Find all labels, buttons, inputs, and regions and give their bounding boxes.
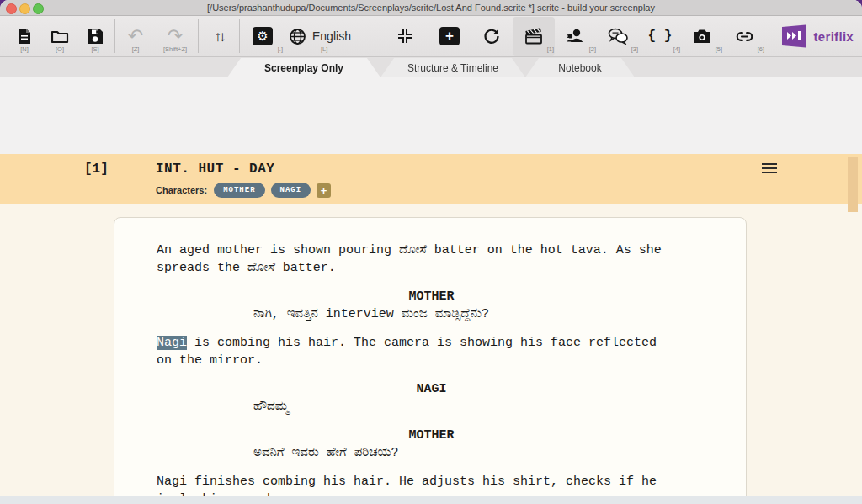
plus-icon: + (439, 27, 460, 45)
camera-icon (693, 29, 711, 44)
refresh-button[interactable] (471, 17, 513, 56)
screenplay-page[interactable]: An aged mother is shown pouring ದೋಸೆ bat… (114, 217, 747, 496)
comments-view-hint: [3] (631, 45, 638, 53)
tab-structure-timeline[interactable]: Structure & Timeline (380, 58, 525, 77)
undo-arrow-icon: ↶ (128, 27, 143, 45)
settings-hint: [.] (278, 45, 283, 53)
character-pill-nagi[interactable]: NAGI (271, 183, 311, 198)
main-toolbar: [N] [O] [S] ↶ [Z] ↷ [Shift+Z] ↑↓ (0, 16, 862, 57)
up-down-arrows-icon: ↑↓ (215, 29, 224, 44)
action-paragraph[interactable]: Nagi finishes combing his hair. He adjus… (157, 473, 673, 496)
screenplay-editor: An aged mother is shown pouring ದೋಸೆ bat… (0, 204, 862, 496)
language-label: English (312, 29, 351, 43)
dialogue-block[interactable]: MOTHERನಾಗಿ, ಇವತ್ತಿನ interview ಮಂಜ ಮಾಡ್ಸಿ… (157, 288, 673, 323)
scroll-navigation-button[interactable]: ↑↓ (200, 17, 237, 56)
action-paragraph[interactable]: An aged mother is shown pouring ದೋಸೆ bat… (157, 241, 673, 277)
teriflix-brand[interactable]: teriflix (779, 24, 854, 49)
scene-characters-row: Characters: MOTHER NAGI + (156, 183, 331, 198)
undo-button[interactable]: ↶ [Z] (117, 17, 154, 56)
save-floppy-icon (88, 29, 104, 45)
toolbar-separator (198, 19, 199, 53)
screenplay-view-hint: [1] (547, 45, 554, 53)
scene-menu-button[interactable] (762, 163, 777, 176)
add-character-button[interactable]: + (317, 183, 331, 198)
save-file-hint: [S] (77, 45, 113, 53)
dialogue-text[interactable]: ಹೌದಮ್ಮ (253, 398, 673, 416)
open-file-button[interactable]: [O] (42, 17, 77, 56)
character-name[interactable]: NAGI (157, 380, 673, 398)
characters-label: Characters: (156, 185, 207, 195)
status-bar (0, 496, 862, 504)
collapse-arrows-icon (397, 29, 412, 44)
dialogue-text[interactable]: ನಾಗಿ, ಇವತ್ತಿನ interview ಮಂಜ ಮಾಡ್ಸಿದ್ದೆನು… (253, 305, 673, 323)
open-folder-icon (51, 29, 69, 44)
language-hint: [L] (321, 45, 327, 53)
new-document-icon (17, 28, 32, 45)
speech-bubbles-icon (608, 28, 628, 45)
character-pill-mother[interactable]: MOTHER (214, 183, 264, 198)
redo-hint: [Shift+Z] (154, 45, 196, 53)
structure-view-button[interactable]: { } [4] (639, 17, 681, 56)
titlebar: [/Users/prashanthudupa/Documents/Screenp… (0, 0, 862, 16)
characters-view-hint: [2] (589, 45, 596, 53)
window-title: [/Users/prashanthudupa/Documents/Screenp… (0, 3, 862, 13)
teriflix-wordmark: teriflix (814, 29, 854, 44)
language-selector[interactable]: English [L] (284, 17, 381, 56)
dialogue-block[interactable]: NAGIಹೌದಮ್ಮ (157, 380, 673, 416)
new-file-button[interactable]: [N] (7, 17, 42, 56)
globe-icon (289, 28, 306, 45)
comments-view-button[interactable]: [3] (597, 17, 639, 56)
toolbar-separator (114, 19, 115, 53)
scene-heading[interactable]: INT. HUT - DAY (156, 162, 274, 177)
clapperboard-icon (524, 28, 543, 45)
settings-button[interactable]: ⚙ [.] (242, 17, 284, 56)
redo-button[interactable]: ↷ [Shift+Z] (154, 17, 196, 56)
add-scene-button[interactable]: + (428, 17, 471, 56)
gear-icon: ⚙ (253, 27, 273, 45)
action-text: An aged mother is shown pouring ದೋಸೆ bat… (157, 243, 662, 275)
toolbar-separator (239, 19, 240, 53)
action-paragraph[interactable]: Nagi is combing his hair. The camera is … (157, 334, 673, 369)
action-text: is combing his hair. The camera is showi… (157, 336, 657, 368)
find-replace-panel: 1/116 REPLACE REPLACE ALL (0, 77, 862, 155)
scene-heading-band: [1] INT. HUT - DAY Characters: MOTHER NA… (0, 154, 862, 204)
view-tabs: Screenplay Only Structure & Timeline Not… (0, 57, 862, 77)
action-text: Nagi finishes combing his hair. He adjus… (157, 475, 657, 496)
characters-view-button[interactable]: [2] (555, 17, 597, 56)
link-icon (736, 28, 753, 45)
character-name[interactable]: MOTHER (157, 427, 673, 444)
undo-hint: [Z] (117, 45, 154, 53)
refresh-icon (483, 28, 500, 45)
search-match-highlight[interactable]: Nagi (157, 336, 187, 350)
scene-photos-button[interactable]: [5] (681, 17, 723, 56)
save-file-button[interactable]: [S] (77, 17, 113, 56)
tab-screenplay-only[interactable]: Screenplay Only (227, 58, 380, 77)
teriflix-logo-icon (779, 24, 809, 49)
dialogue-text[interactable]: ಅವನಿಗೆ ಇವರು ಹೇಗೆ ಪರಿಚಯ? (253, 444, 673, 462)
screenplay-view-button[interactable]: [1] (513, 17, 555, 56)
open-file-hint: [O] (42, 45, 77, 53)
braces-icon: { } (648, 29, 673, 44)
scene-number: [1] (84, 162, 109, 177)
links-hint: [6] (758, 45, 764, 53)
redo-arrow-icon: ↷ (168, 27, 183, 45)
new-file-hint: [N] (7, 45, 42, 53)
toggle-fullscreen-button[interactable] (381, 17, 428, 56)
scrollbar-thumb[interactable] (848, 157, 858, 212)
character-name[interactable]: MOTHER (157, 288, 673, 305)
scene-photos-hint: [5] (716, 45, 722, 53)
structure-view-hint: [4] (673, 45, 680, 53)
scrite-window: [/Users/prashanthudupa/Documents/Screenp… (0, 0, 862, 504)
tab-notebook[interactable]: Notebook (525, 58, 635, 77)
dialogue-block[interactable]: MOTHERಅವನಿಗೆ ಇವರು ಹೇಗೆ ಪರಿಚಯ? (157, 427, 673, 462)
people-icon (566, 28, 586, 45)
panel-divider (146, 79, 146, 152)
links-button[interactable]: [6] (723, 17, 765, 56)
